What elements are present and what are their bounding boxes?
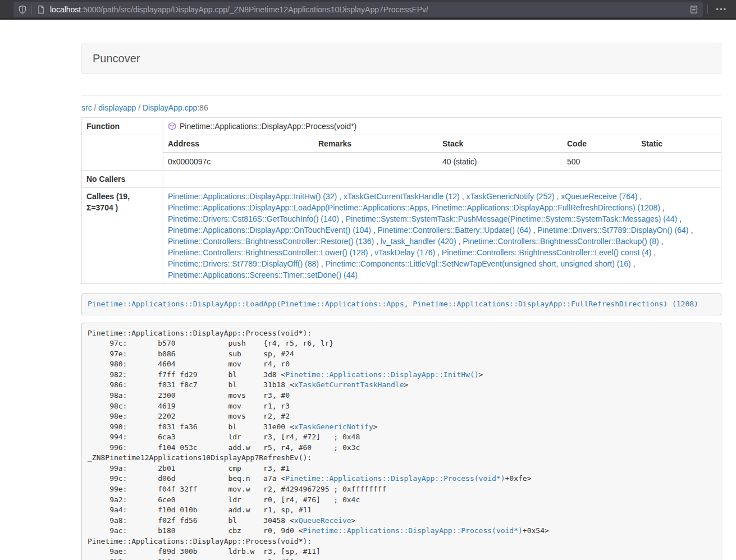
callee-link[interactable]: lv_task_handler (420) xyxy=(381,237,456,246)
stats-value-code: 500 xyxy=(563,153,637,170)
stats-value-stack: 40 (static) xyxy=(438,153,563,170)
callee-link[interactable]: Pinetime::Drivers::St7789::DisplayOff() … xyxy=(168,259,319,268)
cube-icon xyxy=(168,122,176,131)
stats-table: AddressRemarksStackCodeStatic 0x0000097c… xyxy=(163,135,721,170)
callee-link[interactable]: Pinetime::Drivers::St7789::DisplayOn() (… xyxy=(537,226,688,235)
callee-separator: , xyxy=(637,192,642,201)
assembly-text: 9ac: b180 cbz r0, 9d0 < xyxy=(88,526,303,535)
assembly-text: 99c: d06d beq.n a7a < xyxy=(88,474,285,483)
page-icon[interactable] xyxy=(36,5,45,14)
assembly-text: 9a2: 6ce0 ldr r0, [r4, #76] ; 0x4c xyxy=(88,495,360,504)
breadcrumb-separator: / xyxy=(92,103,99,112)
callee-link[interactable]: Pinetime::Drivers::Cst816S::GetTouchInfo… xyxy=(168,214,339,223)
assembly-text: 99e: f04f 32ff mov.w r2, #4294967295 ; 0… xyxy=(88,485,386,493)
stats-header-remarks: Remarks xyxy=(314,135,438,153)
assembly-text: _ZN8Pinetime12Applications10DisplayApp7R… xyxy=(88,453,312,462)
stats-value-static xyxy=(637,153,721,170)
breadcrumb-link-displayapp.cpp[interactable]: DisplayApp.cpp xyxy=(143,103,197,112)
function-label: Function xyxy=(82,118,163,135)
callee-link[interactable]: xTaskGenericNotify (252) xyxy=(466,192,554,201)
assembly-symbol-link[interactable]: Pinetime::Applications::DisplayApp::Proc… xyxy=(285,474,505,483)
callee-separator: , xyxy=(660,203,665,212)
callees-label: Callees (19, Σ=3704 ) xyxy=(82,188,163,284)
assembly-symbol-link[interactable]: xTaskGetCurrentTaskHandle xyxy=(294,380,404,389)
stats-value-row: 0x0000097c40 (static)500 xyxy=(163,153,721,170)
assembly-symbol-link[interactable]: Pinetime::Applications::DisplayApp::Init… xyxy=(285,370,478,379)
callee-separator: , xyxy=(659,237,664,246)
url-bar[interactable]: localhost:5000/path/src/displayapp/Displ… xyxy=(13,2,703,17)
no-callers-label: No Callers xyxy=(82,171,163,188)
callee-separator: , xyxy=(337,192,344,201)
assembly-text: Pinetime::Applications::DisplayApp::Proc… xyxy=(88,329,312,337)
callee-link[interactable]: Pinetime::Controllers::Battery::Update()… xyxy=(378,226,531,235)
assembly-text: 98e: 2202 movs r2, #2 xyxy=(88,412,290,420)
assembly-text: 98c: 4619 mov r1, r3 xyxy=(88,402,290,410)
assembly-text: +0x54> xyxy=(523,526,549,535)
loadapp-symbol-link[interactable]: Pinetime::Applications::DisplayApp::Load… xyxy=(88,300,698,308)
url-host: localhost xyxy=(50,5,81,14)
callee-link[interactable]: Pinetime::Applications::DisplayApp::Load… xyxy=(168,203,660,212)
assembly-symbol-link[interactable]: xTaskGenericNotify xyxy=(294,423,373,431)
breadcrumb-line-number: :86 xyxy=(197,103,208,112)
menu-icon[interactable]: ••• xyxy=(712,6,730,13)
assembly-text: 9a8: f02f fd56 bl 30458 < xyxy=(88,516,294,525)
breadcrumb-separator: / xyxy=(136,103,143,112)
callee-separator: , xyxy=(371,226,378,235)
callees-list: Pinetime::Applications::DisplayApp::Init… xyxy=(163,188,721,284)
callee-separator: , xyxy=(319,259,326,268)
callee-link[interactable]: Pinetime::Controllers::BrightnessControl… xyxy=(168,248,368,257)
callee-separator: , xyxy=(368,248,374,257)
callee-link[interactable]: Pinetime::Controllers::BrightnessControl… xyxy=(168,237,374,246)
assembly-text: 994: 6ca3 ldr r3, [r4, #72] ; 0x48 xyxy=(88,433,360,441)
stats-header-static: Static xyxy=(637,135,721,153)
app-header-panel: Puncover xyxy=(81,43,721,74)
breadcrumb-link-src[interactable]: src xyxy=(81,103,92,112)
urlbar-divider xyxy=(31,4,32,14)
assembly-text: 97c: b570 push {r4, r5, r6, lr} xyxy=(88,339,333,347)
page-container: Puncover src / displayapp / DisplayApp.c… xyxy=(81,43,721,560)
callee-separator: , xyxy=(677,214,682,223)
callee-link[interactable]: Pinetime::Applications::Screens::Timer::… xyxy=(168,270,358,279)
callee-separator: , xyxy=(339,214,346,223)
function-table: Function Pinetime::Applications::Display… xyxy=(81,117,721,284)
callee-separator: , xyxy=(631,259,636,268)
assembly-symbol-link[interactable]: Pinetime::Applications::DisplayApp::Proc… xyxy=(303,526,523,535)
assembly-text: 980: 4604 mov r4, r0 xyxy=(88,360,290,368)
callee-link[interactable]: vTaskDelay (176) xyxy=(374,248,435,257)
assembly-text: 97e: b086 sub sp, #24 xyxy=(88,350,294,358)
assembly-text: Pinetime::Applications::DisplayApp::Proc… xyxy=(88,537,312,545)
callee-link[interactable]: Pinetime::Controllers::BrightnessControl… xyxy=(463,237,659,246)
assembly-text: 9a4: f10d 010b add.w r1, sp, #11 xyxy=(88,506,312,514)
callee-separator: , xyxy=(689,226,693,235)
url-text[interactable]: localhost:5000/path/src/displayapp/Displ… xyxy=(50,5,428,14)
callee-separator: , xyxy=(555,192,561,201)
stats-header-code: Code xyxy=(563,135,637,153)
stats-value-address: 0x0000097c xyxy=(163,153,314,170)
assembly-text: > xyxy=(404,380,409,389)
callers-row: No Callers xyxy=(82,171,721,188)
callee-separator: , xyxy=(651,248,656,257)
function-name: Pinetime::Applications::DisplayApp::Proc… xyxy=(180,121,356,132)
callee-link[interactable]: Pinetime::Applications::DisplayApp::Init… xyxy=(168,192,337,201)
callee-link[interactable]: Pinetime::System::SystemTask::PushMessag… xyxy=(346,214,678,223)
callee-link[interactable]: xQueueReceive (764) xyxy=(561,192,637,201)
callee-separator: , xyxy=(460,192,467,201)
callee-separator: , xyxy=(374,237,381,246)
function-row: Function Pinetime::Applications::Display… xyxy=(82,118,721,135)
shield-icon[interactable] xyxy=(18,5,27,14)
callee-link[interactable]: Pinetime::Components::LittleVgl::SetNewT… xyxy=(326,259,631,268)
breadcrumb-link-displayapp[interactable]: displayapp xyxy=(98,103,136,112)
assembly-text: +0xfe> xyxy=(505,474,532,483)
page-title: Puncover xyxy=(93,51,710,66)
callee-link[interactable]: xTaskGetCurrentTaskHandle (12) xyxy=(344,192,460,201)
callee-link[interactable]: Pinetime::Applications::DisplayApp::OnTo… xyxy=(168,226,371,235)
assembly-text: > xyxy=(351,516,356,525)
callee-separator: , xyxy=(531,226,538,235)
highlighted-symbol-box: Pinetime::Applications::DisplayApp::Load… xyxy=(81,293,721,315)
reader-mode-icon[interactable] xyxy=(689,5,698,14)
callee-link[interactable]: Pinetime::Controllers::BrightnessControl… xyxy=(442,248,651,257)
assembly-symbol-link[interactable]: xQueueReceive xyxy=(294,516,351,525)
browser-toolbar: localhost:5000/path/src/displayapp/Displ… xyxy=(0,0,736,20)
callee-separator: , xyxy=(456,237,463,246)
stats-row-container: AddressRemarksStackCodeStatic 0x0000097c… xyxy=(82,135,721,171)
